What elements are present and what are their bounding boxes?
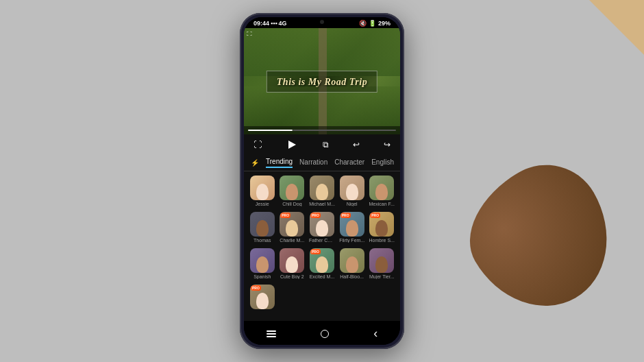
phone-screen: 09:44 ▪▪▪ 4G 🔇 🔋 29% ⛶ This is My Road T… [244,17,400,345]
timeline-remaining [293,130,396,131]
voice-avatar-mujertier [369,248,394,273]
voice-avatar-jessie [250,176,275,200]
voice-avatar-halfblood [340,248,364,273]
filter-icon[interactable]: ⚡ [251,159,259,167]
voice-cuteboy2[interactable]: Cute Boy 2 [280,248,306,279]
network-type: 4G [279,20,287,27]
voice-name-fatherchr: Father Chr... [309,238,335,243]
voice-name-mujertier: Mujer Tier... [369,274,395,279]
svg-rect-2 [267,336,276,337]
voice-extra1[interactable]: PRO [249,285,275,311]
status-bar: 09:44 ▪▪▪ 4G 🔇 🔋 29% [244,17,400,28]
status-time: 09:44 [253,20,269,27]
timeline-progress [248,130,293,131]
voice-name-chilldog: Chill Dog [280,202,306,206]
voice-excitedm[interactable]: PRO Excited M... [309,248,335,279]
pro-badge-extra1: PRO [251,285,261,291]
pro-badge-flirtyfem: PRO [340,213,351,218]
voice-avatar-thomas [250,212,275,237]
pro-badge-fatherchr: PRO [310,213,321,218]
voice-avatar-charliem: PRO [280,212,304,237]
voice-avatar-flirtyfem: PRO [340,212,364,237]
voice-row-2: Thomas PRO Charlie M... PRO Father Chr..… [249,212,395,243]
pro-badge-excitedm: PRO [310,249,321,254]
voice-avatar-hombres: PRO [369,212,394,237]
voice-name-excitedm: Excited M... [309,274,335,279]
nav-back-icon: ‹ [373,326,377,341]
voice-fatherchr[interactable]: PRO Father Chr... [309,212,335,243]
status-right: 🔇 🔋 29% [359,20,391,27]
voice-avatar-extra1: PRO [250,285,275,309]
voice-halfblood[interactable]: Half-Bloo... [339,248,365,279]
battery-icon: 🔋 [369,20,376,27]
tab-english[interactable]: English [371,158,394,167]
nav-back-button[interactable]: ‹ [373,326,377,341]
svg-rect-0 [267,330,276,332]
voice-row-3: Spanish Cute Boy 2 PRO Excited M... [249,248,395,279]
voice-mexicanf[interactable]: Mexican F... [369,176,395,206]
voice-charliem[interactable]: PRO Charlie M... [280,212,306,243]
play-triangle-icon [288,141,296,149]
voice-avatar-excitedm: PRO [310,248,334,273]
undo-btn[interactable]: ↩ [353,140,360,149]
voice-jessie[interactable]: Jessie [249,176,275,206]
voice-row-1: Jessie Chill Dog Michael M... [249,176,395,206]
nav-home-button[interactable] [321,330,329,338]
voice-name-spanish: Spanish [249,274,275,279]
nav-home-circle [321,330,329,338]
video-preview[interactable]: ⛶ This is My Road Trip [244,28,400,134]
voice-name-michaelm: Michael M... [309,202,335,206]
voice-name-jessie: Jessie [249,202,275,206]
pro-badge-charliem: PRO [280,213,290,218]
status-left: 09:44 ▪▪▪ 4G [253,20,287,27]
voice-hombres[interactable]: PRO Hombre S... [369,212,395,243]
voice-name-hombres: Hombre S... [369,238,395,243]
signal-icon: ▪▪▪ [271,20,277,27]
fullscreen-control-btn[interactable]: ⛶ [253,140,262,149]
pro-badge-hombres: PRO [370,213,380,218]
bottom-nav: ‹ [244,321,400,345]
voice-avatar-michaelm [310,176,334,200]
voice-chilldog[interactable]: Chill Dog [280,176,306,206]
voice-row-4: PRO [249,285,395,311]
tab-trending[interactable]: Trending [266,158,293,168]
voice-nigel[interactable]: Nigel [339,176,365,206]
voice-avatar-chilldog [280,176,304,200]
voice-tabs: ⚡ Trending Narration Character English ✓ [244,155,400,171]
phone-device: 09:44 ▪▪▪ 4G 🔇 🔋 29% ⛶ This is My Road T… [240,13,404,349]
voice-name-nigel: Nigel [339,202,365,206]
tab-narration[interactable]: Narration [299,158,327,167]
voice-name-halfblood: Half-Bloo... [339,274,365,279]
voice-avatar-nigel [340,176,364,200]
voice-avatar-cuteboy2 [280,248,304,273]
nav-menu-button[interactable] [267,330,276,337]
playback-controls: ⛶ ⧉ ↩ ↪ [244,134,400,155]
voice-name-flirtyfem: Flirty Fem... [339,238,365,243]
voice-name-thomas: Thomas [249,238,275,243]
svg-rect-1 [267,333,276,335]
redo-btn[interactable]: ↪ [384,140,391,149]
voice-name-cuteboy2: Cute Boy 2 [280,274,306,279]
voice-michaelm[interactable]: Michael M... [309,176,335,206]
voice-avatar-fatherchr: PRO [310,212,334,237]
battery-level: 29% [378,20,391,27]
tab-character[interactable]: Character [334,158,364,167]
voice-spanish[interactable]: Spanish [249,248,275,279]
voice-name-charliem: Charlie M... [280,238,306,243]
video-title-box: This is My Road Trip [267,71,377,93]
voice-avatar-mexicanf [369,176,394,200]
voice-name-mexicanf: Mexican F... [369,202,395,206]
voice-grid: Jessie Chill Dog Michael M... [244,171,400,321]
video-title-text: This is My Road Trip [277,77,367,87]
voice-mujertier[interactable]: Mujer Tier... [369,248,395,279]
voice-flirtyfem[interactable]: PRO Flirty Fem... [339,212,365,243]
video-title-overlay: This is My Road Trip [267,71,377,93]
voice-thomas[interactable]: Thomas [249,212,275,243]
volume-icon: 🔇 [359,20,367,27]
timeline-strip[interactable] [244,126,400,134]
camera-notch [320,20,324,24]
fullscreen-icon[interactable]: ⛶ [247,31,252,37]
copy-btn[interactable]: ⧉ [323,140,329,149]
voice-avatar-spanish [250,248,275,273]
play-button[interactable] [286,138,298,151]
